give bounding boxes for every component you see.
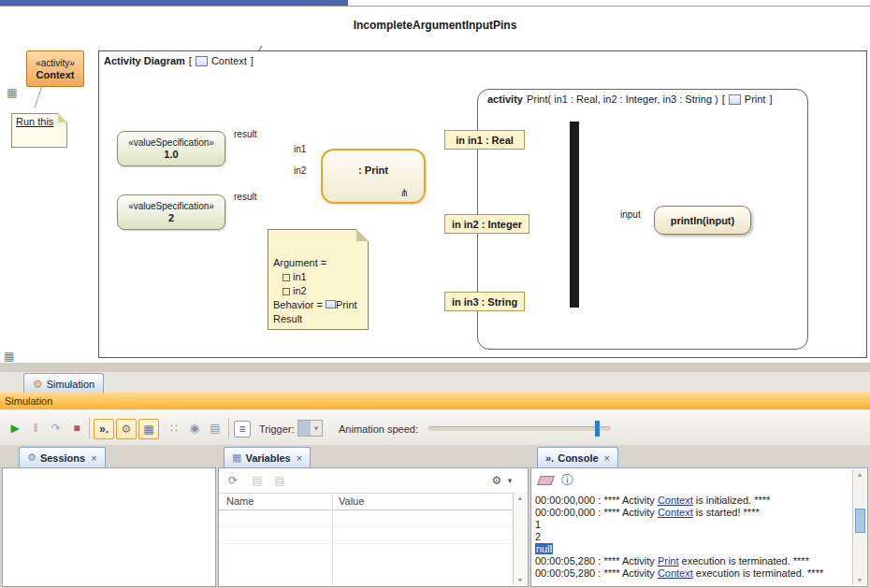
simulation-tab-row <box>0 372 870 394</box>
note-line: Result <box>273 312 368 326</box>
tab-console[interactable]: ». Console × <box>537 447 618 467</box>
console-link-print[interactable]: Print <box>658 555 679 566</box>
step-button[interactable]: ↷ <box>47 419 65 437</box>
pause-button[interactable]: ‖ <box>26 419 45 437</box>
context-diagram-icon <box>196 56 208 66</box>
param-label: in1 : Real <box>468 135 514 146</box>
print-diagram-icon <box>729 94 741 105</box>
trigger-label: Trigger: <box>259 423 295 435</box>
console-text: 2 <box>535 531 541 542</box>
console-output: 00:00:00,000 : **** Activity Context is … <box>535 495 850 580</box>
variables-scrollbar[interactable]: ▲ ▼ <box>513 493 527 585</box>
slider-handle[interactable] <box>595 421 600 437</box>
activity-signature: Print( in1 : Real, in2 : Integer, in3 : … <box>527 93 718 105</box>
in-keyword: in <box>456 135 465 146</box>
console-scrollbar[interactable]: ▲ ▼ <box>852 469 866 585</box>
in-keyword: in <box>452 296 461 308</box>
context-activity-node[interactable]: «activity» Context <box>26 50 84 87</box>
scroll-up-icon[interactable]: ▲ <box>517 495 524 501</box>
options-toggle-button[interactable]: ⚙ <box>116 419 137 439</box>
sessions-panel[interactable] <box>2 467 216 587</box>
diagram-frame-heading: Activity Diagram [ Context ] <box>104 53 254 68</box>
token-button[interactable]: ◉ <box>185 419 204 437</box>
console-link-context[interactable]: Context <box>658 495 693 506</box>
diagram-context-ref: Context <box>211 55 247 66</box>
scrollbar-thumb[interactable] <box>855 509 865 533</box>
clear-console-icon[interactable] <box>537 476 555 485</box>
argument-note[interactable]: Argument = in1 in2 Behavior = Print Resu… <box>268 229 369 330</box>
console-link-context[interactable]: Context <box>658 567 693 579</box>
console-line: 00:00:00,000 : **** Activity Context is … <box>535 495 850 507</box>
print-call-action-selected[interactable]: : Print ⋔ <box>321 149 426 204</box>
result-pin-label: result <box>234 192 256 202</box>
close-icon[interactable]: × <box>604 452 610 464</box>
column-header-name: Name <box>226 495 254 507</box>
bracket: ] <box>251 55 254 66</box>
tab-variables[interactable]: ▦ Variables × <box>224 447 311 467</box>
value-spec-2-node[interactable]: «valueSpecification» 2 <box>117 194 225 230</box>
scroll-up-icon[interactable]: ▲ <box>853 471 866 478</box>
animation-button[interactable]: ▤ <box>206 419 225 437</box>
diagram-kind-label: Activity Diagram <box>104 55 185 66</box>
console-line: 00:00:00,000 : **** Activity Context is … <box>535 507 850 519</box>
console-link-context[interactable]: Context <box>658 507 693 518</box>
column-header-value: Value <box>339 495 364 507</box>
activity-param-in2[interactable]: in in2 : Integer <box>444 214 529 234</box>
note-item-label: in1 <box>293 271 307 282</box>
simulation-gear-icon: ⚙ <box>33 378 43 391</box>
window-splitter[interactable] <box>0 363 870 372</box>
close-icon[interactable]: × <box>91 452 96 464</box>
resume-button[interactable]: ▶ <box>6 419 24 437</box>
value-spec-1-node[interactable]: «valueSpecification» 1.0 <box>117 131 225 166</box>
println-action[interactable]: println(input) <box>654 206 751 235</box>
param-label: in3 : String <box>464 296 517 308</box>
diagram-window: IncompleteArgumentInputPins <box>0 6 870 364</box>
note-behavior-prefix: Behavior = <box>273 299 323 310</box>
info-icon[interactable]: ⓘ <box>561 472 573 489</box>
ui-toggle-button[interactable]: ▦ <box>138 419 159 439</box>
join-node[interactable] <box>570 122 579 308</box>
activity-ref: Print <box>745 93 766 105</box>
note-line: Argument = <box>273 256 368 270</box>
behavior-icon <box>326 300 336 308</box>
tab-variables-label: Variables <box>245 452 290 464</box>
scroll-down-icon[interactable]: ▼ <box>853 577 866 583</box>
report-button[interactable]: ≡ <box>234 421 251 437</box>
tab-console-label: Console <box>558 452 598 464</box>
console-text: 00:00:05,280 : **** Activity <box>535 555 658 566</box>
terminate-button[interactable]: ■ <box>67 419 86 437</box>
close-icon[interactable]: × <box>297 452 302 464</box>
import-icon[interactable]: ▤ <box>271 473 288 488</box>
run-this-note[interactable]: Run this <box>11 113 67 148</box>
scroll-down-icon[interactable]: ▼ <box>517 577 524 583</box>
table-row <box>219 509 513 527</box>
console-toolbar: ⓘ <box>531 468 867 491</box>
param-label: in2 : Integer <box>464 219 522 230</box>
console-text: execution is terminated. **** <box>693 567 823 579</box>
tab-simulation-label: Simulation <box>47 379 94 390</box>
bracket: [ <box>189 55 192 66</box>
console-text: is initialized. **** <box>693 495 771 506</box>
tab-sessions-label: Sessions <box>40 452 85 464</box>
rake-icon: ⋔ <box>400 187 409 199</box>
note-item-label: in2 <box>293 285 307 296</box>
trigger-dropdown[interactable]: ▾ <box>297 420 323 437</box>
activity-param-in1[interactable]: in in1 : Real <box>444 130 525 150</box>
variables-table-header: Name Value <box>219 493 513 510</box>
tab-simulation[interactable]: ⚙ Simulation <box>23 373 104 394</box>
validation-button[interactable]: ∷ <box>165 419 183 437</box>
note-item: in2 <box>273 284 368 298</box>
animation-speed-slider[interactable] <box>428 426 611 431</box>
variables-icon: ▦ <box>232 452 241 464</box>
input-flow-label: input <box>620 209 641 220</box>
export-icon[interactable]: ▤ <box>249 473 266 488</box>
console-toggle-button[interactable]: ». <box>94 419 114 439</box>
println-action-name: println(input) <box>671 215 734 226</box>
chevron-down-icon[interactable]: ▾ <box>501 473 518 488</box>
refresh-icon[interactable]: ⟳ <box>225 473 241 488</box>
activity-param-in3[interactable]: in in3 : String <box>444 292 525 311</box>
value-spec-stereotype: «valueSpecification» <box>128 136 214 149</box>
run-this-link[interactable]: Run this <box>16 116 53 127</box>
tab-sessions[interactable]: ⚙ Sessions × <box>19 447 106 467</box>
pin-icon <box>283 274 290 281</box>
